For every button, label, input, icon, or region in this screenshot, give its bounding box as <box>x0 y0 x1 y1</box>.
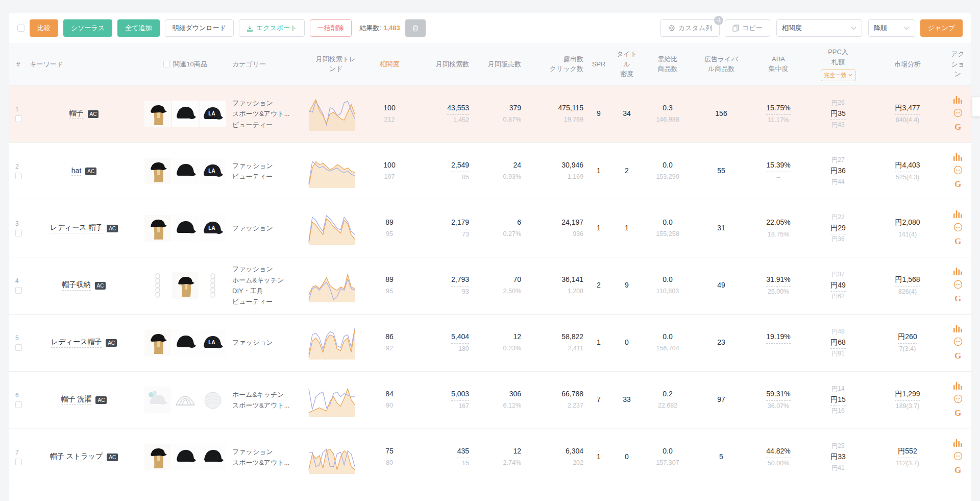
aba-concentration-value[interactable]: 31.91% <box>766 274 790 287</box>
correlation-cell: 8995 <box>367 200 412 257</box>
aba-concentration-value[interactable]: 22.05% <box>766 217 790 229</box>
header-spr[interactable]: SPR <box>586 43 611 85</box>
detail-download-button[interactable]: 明細ダウンロード <box>165 19 234 37</box>
market-analysis-value[interactable]: 円3,477 <box>895 102 920 115</box>
google-icon[interactable]: G <box>954 236 961 247</box>
ppc-mid[interactable]: 円29 <box>830 222 846 234</box>
aba-concentration-value[interactable]: 59.31% <box>766 388 790 401</box>
select-all-checkbox[interactable] <box>17 25 24 32</box>
analysis-chart-icon[interactable] <box>953 153 962 161</box>
row-checkbox[interactable] <box>15 115 22 122</box>
more-options-icon[interactable] <box>953 108 963 117</box>
monthly-search-value[interactable]: 2,793 <box>451 274 469 287</box>
trend-sparkline[interactable] <box>308 152 356 190</box>
aba-concentration-value[interactable]: 15.39% <box>766 159 790 172</box>
more-options-icon[interactable] <box>953 451 963 461</box>
header-title-density[interactable]: タイトル 密度 <box>611 43 643 85</box>
analysis-chart-icon[interactable] <box>953 325 962 332</box>
ppc-mid[interactable]: 円36 <box>830 165 846 177</box>
custom-columns-button[interactable]: カスタム列 -1 <box>660 19 720 37</box>
monthly-search-value[interactable]: 5,404 <box>451 331 469 344</box>
ppc-match-dropdown[interactable]: 完全一致 <box>821 69 856 81</box>
monthly-search-value[interactable]: 2,179 <box>451 217 469 229</box>
ppc-mid[interactable]: 円35 <box>830 108 846 120</box>
keyword-link[interactable]: 帽子収納 <box>62 280 91 291</box>
add-all-button[interactable]: 全て追加 <box>117 19 159 37</box>
analysis-chart-icon[interactable] <box>953 96 962 104</box>
market-analysis-value[interactable]: 円4,403 <box>895 159 920 172</box>
analysis-chart-icon[interactable] <box>953 210 962 218</box>
market-analysis-value[interactable]: 円552 <box>898 445 917 458</box>
google-icon[interactable]: G <box>954 294 961 304</box>
monthly-search-value[interactable]: 435 <box>457 445 469 458</box>
row-checkbox[interactable] <box>15 230 22 236</box>
market-analysis-value[interactable]: 円1,299 <box>895 388 920 401</box>
trend-sparkline[interactable] <box>308 267 356 304</box>
header-correlation[interactable]: 相関度 <box>367 43 412 85</box>
sort-order-select[interactable]: 降順 <box>868 19 915 37</box>
header-aba[interactable]: ABA 集中度 <box>750 43 807 85</box>
market-analysis-value[interactable]: 円2,080 <box>895 217 920 229</box>
keyword-link[interactable]: レディース帽子 <box>51 338 102 348</box>
row-checkbox[interactable] <box>15 401 22 408</box>
row-checkbox[interactable] <box>15 173 22 179</box>
monthly-search-value[interactable]: 2,549 <box>451 159 469 172</box>
google-icon[interactable]: G <box>954 122 961 132</box>
compare-button[interactable]: 比較 <box>30 19 58 37</box>
analysis-chart-icon[interactable] <box>953 268 962 275</box>
ppc-mid[interactable]: 円33 <box>830 451 846 463</box>
ppc-mid[interactable]: 円49 <box>830 279 846 291</box>
export-button[interactable]: エクスポート <box>239 19 305 37</box>
row-checkbox[interactable] <box>15 344 22 351</box>
more-options-icon[interactable] <box>953 165 963 175</box>
more-options-icon[interactable] <box>953 280 963 289</box>
header-supply-ratio[interactable]: 需給比 商品数 <box>643 43 693 85</box>
trash-button[interactable] <box>405 19 426 37</box>
related-products-checkbox[interactable] <box>163 61 170 67</box>
header-exposure[interactable]: 露出数 クリック数 <box>524 43 586 85</box>
copy-button[interactable]: コピー <box>725 19 770 37</box>
market-analysis-value[interactable]: 円260 <box>898 331 917 344</box>
ad-rivals-cell: 156 <box>693 86 750 142</box>
aba-concentration-value[interactable]: 44.82% <box>766 445 790 458</box>
svg-text:LA: LA <box>208 168 215 174</box>
trend-sparkline[interactable] <box>308 95 356 133</box>
trend-sparkline[interactable] <box>308 324 356 362</box>
monthly-search-value[interactable]: 43,553 <box>447 102 469 115</box>
google-icon[interactable]: G <box>954 465 961 475</box>
keyword-link[interactable]: hat <box>71 166 81 176</box>
row-checkbox[interactable] <box>15 459 22 465</box>
header-ad-rivals[interactable]: 広告ライバ ル商品数 <box>693 43 750 85</box>
google-icon[interactable]: G <box>954 179 961 189</box>
google-icon[interactable]: G <box>954 351 961 361</box>
bulk-delete-button[interactable]: 一括削除 <box>310 19 352 37</box>
analysis-chart-icon[interactable] <box>953 382 962 390</box>
more-options-icon[interactable] <box>953 223 963 232</box>
side-panel-handle[interactable] <box>972 97 980 116</box>
trend-sparkline[interactable] <box>308 438 356 476</box>
market-analysis-value[interactable]: 円1,568 <box>895 274 920 287</box>
thesaurus-button[interactable]: シソーラス <box>63 19 112 37</box>
exposure-cell: 6,304202 <box>524 429 586 486</box>
monthly-search-value[interactable]: 5,003 <box>451 388 469 401</box>
header-monthly-search[interactable]: 月間検索数 <box>412 43 472 85</box>
keyword-link[interactable]: 帽子 ストラップ <box>50 452 103 462</box>
aba-concentration-value[interactable]: 15.75% <box>766 102 790 115</box>
keyword-link[interactable]: 帽子 <box>69 109 84 119</box>
more-options-icon[interactable] <box>953 337 963 346</box>
aba-concentration-value[interactable]: 19.19% <box>766 331 790 344</box>
sort-field-select[interactable]: 相関度 <box>776 19 862 37</box>
trend-sparkline[interactable] <box>308 381 356 419</box>
header-monthly-sales[interactable]: 月間販売数 <box>472 43 524 85</box>
more-options-icon[interactable] <box>953 394 963 403</box>
ppc-mid[interactable]: 円15 <box>830 394 846 405</box>
row-checkbox[interactable] <box>15 287 22 294</box>
keyword-link[interactable]: 帽子 洗濯 <box>61 395 92 405</box>
supply-ratio-sub-value: 110,803 <box>656 286 679 297</box>
keyword-link[interactable]: レディース 帽子 <box>50 223 103 233</box>
jump-button[interactable]: ジャンプ <box>920 19 963 37</box>
analysis-chart-icon[interactable] <box>953 439 962 447</box>
trend-sparkline[interactable] <box>308 209 356 247</box>
google-icon[interactable]: G <box>954 408 961 418</box>
ppc-mid[interactable]: 円68 <box>830 337 846 348</box>
